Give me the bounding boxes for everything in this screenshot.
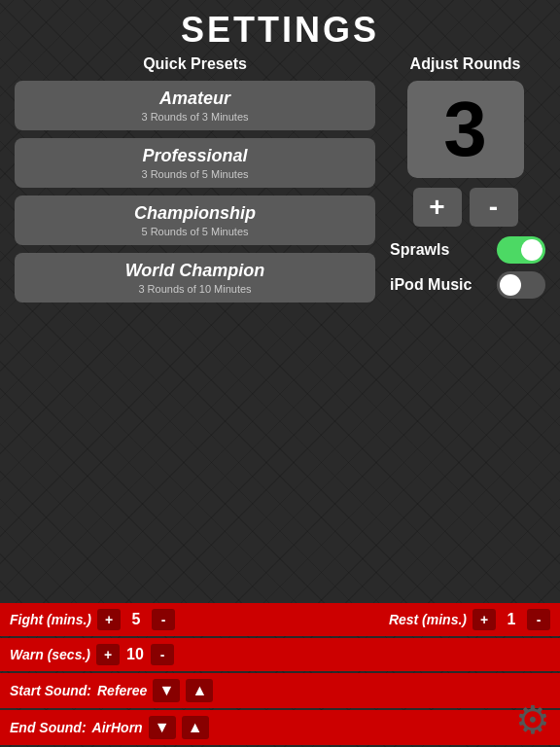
header: SETTINGS — [0, 0, 560, 55]
end-sound-bar: End Sound: AirHorn ▼ ▲ — [0, 710, 560, 745]
amateur-sub: 3 Rounds of 3 Minutes — [24, 111, 366, 123]
start-sound-value: Referee — [97, 683, 147, 698]
warn-value: 10 — [125, 646, 145, 663]
start-sound-bar: Start Sound: Referee ▼ ▲ — [0, 673, 560, 708]
rounds-display: 3 — [407, 81, 524, 178]
quick-presets-title: Quick Presets — [15, 55, 375, 73]
gear-container: ⚙ — [515, 697, 550, 742]
world-champion-sub: 3 Rounds of 10 Minutes — [24, 283, 366, 295]
start-sound-up-button[interactable]: ▲ — [186, 679, 213, 702]
toggles-section: Sprawls iPod Music — [385, 227, 545, 299]
warn-label: Warn (secs.) — [10, 647, 90, 662]
professional-preset-button[interactable]: Professional 3 Rounds of 5 Minutes — [15, 138, 375, 188]
gear-icon[interactable]: ⚙ — [515, 698, 550, 741]
world-champion-preset-button[interactable]: World Champion 3 Rounds of 10 Minutes — [15, 253, 375, 302]
warn-minus-button[interactable]: - — [151, 644, 174, 665]
rounds-minus-button[interactable]: - — [470, 188, 518, 227]
ipod-label: iPod Music — [390, 276, 487, 294]
ipod-knob — [500, 274, 521, 296]
rounds-plus-button[interactable]: + — [413, 188, 462, 227]
ipod-toggle-row: iPod Music — [390, 271, 545, 299]
amateur-preset-button[interactable]: Amateur 3 Rounds of 3 Minutes — [15, 81, 375, 130]
sprawls-toggle-row: Sprawls — [390, 236, 545, 264]
adjust-rounds-title: Adjust Rounds — [410, 55, 521, 73]
ipod-toggle[interactable] — [497, 271, 545, 299]
adjust-rounds-panel: Adjust Rounds 3 + - Sprawls iPod Music — [385, 55, 545, 330]
warn-bar: Warn (secs.) + 10 - — [0, 638, 560, 671]
championship-sub: 5 Rounds of 5 Minutes — [24, 226, 366, 237]
start-sound-label: Start Sound: — [10, 683, 91, 698]
sprawls-toggle[interactable] — [497, 236, 545, 264]
amateur-label: Amateur — [24, 89, 366, 109]
rest-minus-button[interactable]: - — [527, 609, 550, 630]
fight-plus-button[interactable]: + — [97, 609, 121, 630]
page-title: SETTINGS — [0, 10, 560, 51]
rest-label: Rest (mins.) — [389, 612, 467, 627]
end-sound-down-button[interactable]: ▼ — [149, 716, 176, 739]
professional-label: Professional — [24, 146, 366, 166]
professional-sub: 3 Rounds of 5 Minutes — [24, 168, 366, 180]
round-controls: + - — [413, 188, 518, 227]
fight-label: Fight (mins.) — [10, 612, 91, 627]
fight-value: 5 — [126, 611, 146, 628]
fight-minus-button[interactable]: - — [152, 609, 175, 630]
spacer — [0, 330, 560, 604]
end-sound-up-button[interactable]: ▲ — [182, 716, 209, 739]
end-sound-value: AirHorn — [92, 720, 143, 735]
main-section: Quick Presets Amateur 3 Rounds of 3 Minu… — [0, 55, 560, 330]
warn-plus-button[interactable]: + — [96, 644, 120, 665]
sprawls-knob — [521, 239, 542, 261]
sprawls-label: Sprawls — [390, 241, 487, 259]
end-sound-label: End Sound: — [10, 720, 87, 735]
bottom-bars: Fight (mins.) + 5 - Rest (mins.) + 1 - W… — [0, 603, 560, 747]
rest-plus-button[interactable]: + — [472, 609, 496, 630]
rest-value: 1 — [502, 611, 521, 628]
fight-rest-bar: Fight (mins.) + 5 - Rest (mins.) + 1 - — [0, 603, 560, 636]
world-champion-label: World Champion — [24, 261, 366, 281]
start-sound-down-button[interactable]: ▼ — [153, 679, 180, 702]
quick-presets-panel: Quick Presets Amateur 3 Rounds of 3 Minu… — [15, 55, 375, 330]
championship-label: Championship — [24, 203, 366, 224]
rounds-value: 3 — [443, 90, 487, 168]
championship-preset-button[interactable]: Championship 5 Rounds of 5 Minutes — [15, 196, 375, 245]
